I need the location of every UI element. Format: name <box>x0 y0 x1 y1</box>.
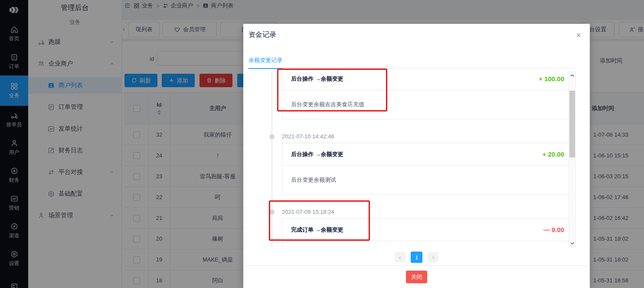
scroll-up-arrow[interactable] <box>569 72 575 79</box>
modal-tab-bar: 余额变更记录 <box>248 56 576 69</box>
tab-balance-change-records[interactable]: 余额变更记录 <box>248 56 282 69</box>
annotation-box-top <box>277 69 387 111</box>
timeline-dot <box>269 134 275 139</box>
modal-title: 资金记录 <box>248 30 276 39</box>
record-remark: 后台变更余额测试 <box>282 166 573 194</box>
close-modal-button[interactable]: 关闭 <box>406 271 427 283</box>
record-amount: + 100.00 <box>539 75 564 82</box>
record-amount: + 20.00 <box>543 151 564 158</box>
fund-records-modal: 资金记录 × 余额变更记录 后台操作 →余额变更 + 100.00 后台变更余额… <box>243 24 590 288</box>
record-amount: — 9.00 <box>543 226 564 233</box>
page-prev-button[interactable]: ‹ <box>395 252 405 262</box>
modal-scrollbar[interactable] <box>569 72 576 247</box>
annotation-box-bottom <box>269 200 370 241</box>
record-time: 2021-07-10 14:42:46 <box>282 133 334 140</box>
scroll-down-arrow[interactable] <box>569 240 575 247</box>
page-next-button[interactable]: › <box>428 252 438 262</box>
record-title: 后台操作 →余额变更 <box>291 151 343 158</box>
modal-footer: 关闭 <box>243 265 590 288</box>
record-entry: 2021-07-10 14:42:46 后台操作 →余额变更 + 20.00 后… <box>248 130 581 195</box>
close-icon[interactable]: × <box>576 31 581 39</box>
scrollbar-thumb[interactable] <box>569 91 575 157</box>
page-number-current[interactable]: 1 <box>411 252 422 263</box>
pagination: ‹ 1 › <box>243 252 590 263</box>
record-remark <box>282 241 573 247</box>
